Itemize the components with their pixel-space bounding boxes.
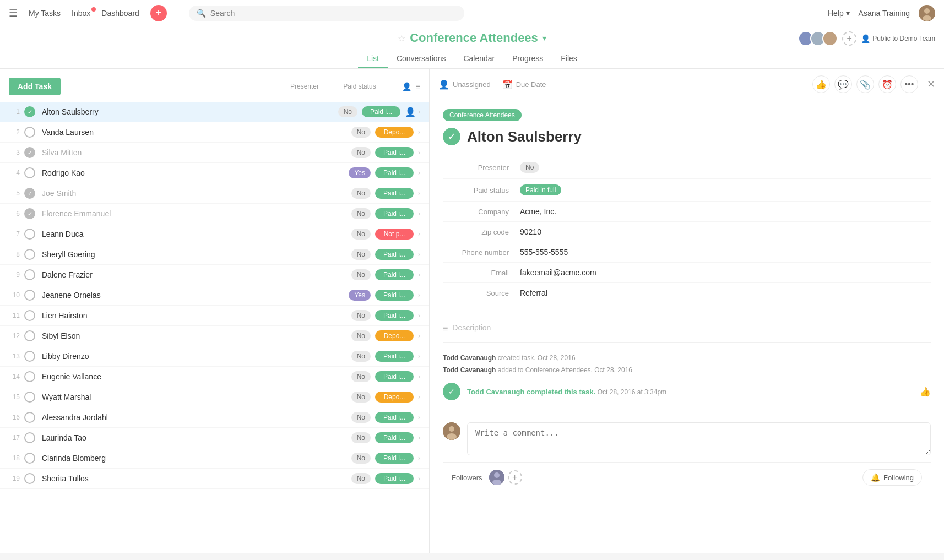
paid-tag[interactable]: Depo... — [375, 330, 414, 341]
following-button[interactable]: 🔔 Following — [862, 469, 922, 486]
task-check[interactable] — [24, 432, 35, 443]
task-row[interactable]: 2 Vanda Laursen No Depo... › — [0, 122, 429, 143]
comment-button[interactable]: 💬 — [834, 75, 852, 93]
assign-column-icon[interactable]: 👤 — [402, 82, 411, 91]
presenter-tag[interactable]: No — [338, 106, 357, 117]
more-button[interactable]: ••• — [900, 75, 918, 93]
tab-progress[interactable]: Progress — [503, 50, 552, 68]
tab-calendar[interactable]: Calendar — [454, 50, 503, 68]
detail-complete-check[interactable]: ✓ — [443, 128, 460, 145]
presenter-tag[interactable]: No — [351, 229, 371, 240]
completed-link[interactable]: Todd Cavanaugh completed this task. — [467, 388, 595, 396]
task-check[interactable] — [24, 392, 35, 403]
public-label[interactable]: 👤 Public to Demo Team — [861, 34, 935, 43]
member-avatar-3[interactable] — [822, 31, 838, 46]
task-check[interactable] — [24, 453, 35, 464]
add-member-button[interactable]: + — [842, 31, 856, 46]
paid-tag[interactable]: Paid i... — [375, 188, 414, 199]
task-row[interactable]: 13 Libby Direnzo No Paid i... › — [0, 346, 429, 367]
paid-tag[interactable]: Paid i... — [375, 412, 414, 423]
user-name[interactable]: Asana Training — [859, 9, 910, 18]
task-check[interactable] — [24, 127, 35, 138]
task-row[interactable]: 17 Laurinda Tao No Paid i... › — [0, 428, 429, 448]
presenter-tag[interactable]: No — [351, 330, 371, 341]
zip-field-value[interactable]: 90210 — [520, 227, 931, 236]
paid-tag[interactable]: Depo... — [375, 392, 414, 403]
star-icon[interactable]: ☆ — [398, 33, 405, 44]
task-row[interactable]: 4 Rodrigo Kao Yes Paid i... › — [0, 163, 429, 183]
task-row[interactable]: 7 Leann Duca No Not p... › — [0, 224, 429, 244]
task-check[interactable]: ✓ — [24, 106, 35, 117]
task-check[interactable] — [24, 167, 35, 178]
tab-conversations[interactable]: Conversations — [388, 50, 455, 68]
paid-tag[interactable]: Paid i... — [375, 310, 414, 321]
inbox-link[interactable]: Inbox — [72, 9, 90, 18]
task-check[interactable] — [24, 351, 35, 362]
paid-tag[interactable]: Paid i... — [375, 432, 414, 443]
presenter-tag[interactable]: No — [351, 392, 371, 403]
attachment-button[interactable]: 📎 — [856, 75, 874, 93]
task-row[interactable]: 5 ✓ Joe Smith No Paid i... › — [0, 183, 429, 204]
paid-tag[interactable]: Paid i... — [362, 106, 400, 117]
paid-tag[interactable]: Paid i... — [375, 208, 414, 219]
presenter-tag[interactable]: No — [351, 310, 371, 321]
paid-tag[interactable]: Paid i... — [375, 269, 414, 280]
paid-tag[interactable]: Paid i... — [375, 371, 414, 382]
paid-tag[interactable]: Paid i... — [375, 147, 414, 158]
inbox-nav[interactable]: Inbox — [72, 9, 90, 18]
task-row[interactable]: 11 Lien Hairston No Paid i... › — [0, 306, 429, 326]
task-row[interactable]: 6 ✓ Florence Emmanuel No Paid i... › — [0, 204, 429, 224]
paid-tag[interactable]: Paid i... — [375, 167, 414, 178]
presenter-tag[interactable]: No — [351, 127, 371, 138]
presenter-tag[interactable]: No — [520, 162, 539, 173]
task-row[interactable]: 9 Dalene Frazier No Paid i... › — [0, 265, 429, 285]
dashboard-link[interactable]: Dashboard — [101, 9, 139, 18]
presenter-tag[interactable]: No — [351, 269, 371, 280]
presenter-tag[interactable]: Yes — [349, 167, 371, 178]
presenter-tag[interactable]: No — [351, 432, 371, 443]
add-button[interactable]: + — [150, 5, 167, 21]
hamburger-menu[interactable]: ☰ — [9, 7, 18, 19]
project-title-chevron[interactable]: ▾ — [542, 34, 546, 42]
comment-input[interactable] — [467, 422, 931, 455]
paid-tag[interactable]: Paid i... — [375, 351, 414, 362]
user-avatar[interactable] — [919, 5, 935, 21]
task-check[interactable]: ✓ — [24, 188, 35, 199]
tab-list[interactable]: List — [358, 50, 388, 68]
paid-tag[interactable]: Depo... — [375, 127, 414, 138]
timer-button[interactable]: ⏰ — [878, 75, 896, 93]
presenter-tag[interactable]: Yes — [349, 290, 371, 301]
add-follower-button[interactable]: + — [508, 470, 522, 485]
description-placeholder[interactable]: Description — [452, 323, 491, 332]
task-check[interactable] — [24, 371, 35, 382]
search-input[interactable] — [210, 9, 457, 18]
task-row[interactable]: 8 Sheryll Goering No Paid i... › — [0, 244, 429, 265]
tab-files[interactable]: Files — [552, 50, 586, 68]
paid-tag[interactable]: Paid i... — [375, 290, 414, 301]
paid-status-field-value[interactable]: Paid in full — [520, 184, 931, 195]
task-check[interactable] — [24, 412, 35, 423]
close-button[interactable]: ✕ — [927, 78, 935, 90]
paid-status-tag[interactable]: Paid in full — [520, 184, 561, 195]
follower-avatar-1[interactable] — [489, 470, 504, 485]
presenter-tag[interactable]: No — [351, 453, 371, 464]
task-row[interactable]: 3 ✓ Silva Mitten No Paid i... › — [0, 143, 429, 163]
project-tag[interactable]: Conference Attendees — [443, 109, 522, 121]
paid-tag[interactable]: Paid i... — [375, 249, 414, 260]
description-row[interactable]: ≡ Description — [443, 314, 931, 342]
help-button[interactable]: Help ▾ — [828, 9, 850, 18]
task-row[interactable]: 19 Sherita Tullos No Paid i... › — [0, 469, 429, 489]
source-field-value[interactable]: Referral — [520, 289, 931, 297]
task-check[interactable] — [24, 249, 35, 260]
presenter-tag[interactable]: No — [351, 473, 371, 484]
my-tasks-link[interactable]: My Tasks — [29, 9, 61, 18]
completed-like-button[interactable]: 👍 — [920, 387, 931, 397]
presenter-tag[interactable]: No — [351, 249, 371, 260]
assign-icon[interactable]: 👤 — [405, 107, 416, 117]
filter-column-icon[interactable]: ≡ — [416, 82, 420, 91]
task-check[interactable]: ✓ — [24, 147, 35, 158]
email-field-value[interactable]: fakeemail@acme.com — [520, 268, 931, 277]
task-check[interactable] — [24, 290, 35, 301]
paid-tag[interactable]: Paid i... — [375, 453, 414, 464]
task-check[interactable]: ✓ — [24, 208, 35, 219]
